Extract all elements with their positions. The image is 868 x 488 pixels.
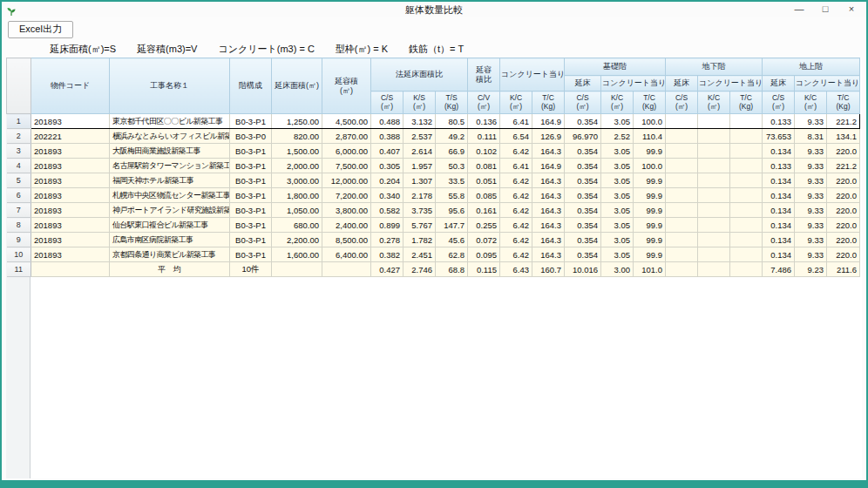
value-cell[interactable]: 164.3 (532, 233, 565, 247)
value-cell[interactable]: 6.42 (500, 218, 532, 233)
value-cell[interactable]: 164.3 (532, 144, 565, 159)
value-cell[interactable]: 164.9 (532, 114, 565, 129)
floor-config-cell[interactable]: B0-3-P1 (230, 173, 272, 188)
value-cell[interactable]: 62.8 (436, 247, 468, 262)
value-cell[interactable]: 0.899 (371, 218, 403, 233)
value-cell[interactable]: 164.3 (532, 188, 565, 203)
value-cell[interactable] (698, 144, 730, 159)
minimize-button[interactable]: — (786, 2, 812, 17)
value-cell[interactable] (698, 262, 730, 277)
value-cell[interactable] (698, 188, 730, 203)
value-cell[interactable]: 96.970 (565, 129, 601, 144)
value-cell[interactable]: 45.6 (436, 233, 468, 247)
value-cell[interactable] (730, 262, 763, 277)
construction-name-cell[interactable]: 横浜みなとみらいオフィスビル新築工事 (110, 129, 230, 144)
value-cell[interactable]: 1.957 (403, 159, 436, 173)
floor-area-cell[interactable]: 3,000.00 (272, 173, 322, 188)
value-cell[interactable]: 134.1 (827, 129, 860, 144)
floor-config-cell[interactable]: B0-3-P0 (230, 129, 272, 144)
value-cell[interactable]: 9.33 (795, 173, 827, 188)
value-cell[interactable]: 6.42 (500, 233, 532, 247)
value-cell[interactable]: 6.54 (500, 129, 532, 144)
value-cell[interactable]: 0.488 (371, 114, 403, 129)
value-cell[interactable]: 220.0 (827, 188, 860, 203)
floor-area-cell[interactable]: 680.00 (272, 218, 322, 233)
property-code-cell[interactable]: 201893 (31, 173, 110, 188)
row-number-cell[interactable]: 2 (7, 129, 31, 144)
construction-name-cell[interactable]: 京都四条通り商業ビル新築工事 (110, 247, 230, 262)
volume-cell[interactable]: 12,000.00 (322, 173, 371, 188)
value-cell[interactable]: 5.767 (403, 218, 436, 233)
value-cell[interactable] (698, 247, 730, 262)
value-cell[interactable]: 220.0 (827, 218, 860, 233)
row-number-cell[interactable]: 4 (7, 159, 31, 173)
value-cell[interactable]: 220.0 (827, 247, 860, 262)
floor-config-cell[interactable]: B0-3-P1 (230, 188, 272, 203)
value-cell[interactable]: 0.354 (565, 159, 601, 173)
value-cell[interactable]: 9.33 (795, 233, 827, 247)
value-cell[interactable] (730, 203, 763, 218)
property-code-cell[interactable]: 201893 (31, 233, 110, 247)
property-code-cell[interactable]: 201893 (31, 144, 110, 159)
value-cell[interactable]: 220.0 (827, 173, 860, 188)
value-cell[interactable] (666, 173, 698, 188)
construction-name-cell[interactable]: 札幌市中央区物流センター新築工事 (110, 188, 230, 203)
value-cell[interactable]: 2.537 (403, 129, 436, 144)
construction-name-cell[interactable]: 東京都千代田区〇〇ビル新築工事 (110, 114, 230, 129)
construction-name-cell[interactable]: 仙台駅東口複合ビル新築工事 (110, 218, 230, 233)
floor-config-cell[interactable]: B0-3-P1 (230, 247, 272, 262)
value-cell[interactable] (698, 233, 730, 247)
floor-area-cell[interactable]: 1,500.00 (272, 144, 322, 159)
excel-export-button[interactable]: Excel出力 (8, 21, 73, 38)
floor-area-cell[interactable]: 2,000.00 (272, 159, 322, 173)
value-cell[interactable]: 3.735 (403, 203, 436, 218)
floor-area-cell[interactable]: 820.00 (272, 129, 322, 144)
value-cell[interactable]: 0.102 (468, 144, 500, 159)
value-cell[interactable]: 101.0 (634, 262, 666, 277)
floor-area-cell[interactable]: 1,800.00 (272, 188, 322, 203)
construction-name-cell[interactable]: 平 均 (110, 262, 230, 277)
value-cell[interactable]: 0.085 (468, 188, 500, 203)
floor-area-cell[interactable] (272, 262, 322, 277)
value-cell[interactable]: 0.134 (763, 144, 795, 159)
value-cell[interactable]: 99.9 (634, 233, 666, 247)
value-cell[interactable]: 0.382 (371, 247, 403, 262)
value-cell[interactable] (698, 159, 730, 173)
value-cell[interactable]: 50.3 (436, 159, 468, 173)
property-code-cell[interactable]: 201893 (31, 203, 110, 218)
value-cell[interactable]: 220.0 (827, 203, 860, 218)
value-cell[interactable]: 7.486 (763, 262, 795, 277)
value-cell[interactable] (666, 188, 698, 203)
value-cell[interactable]: 3.05 (601, 247, 634, 262)
floor-area-cell[interactable]: 1,250.00 (272, 114, 322, 129)
value-cell[interactable] (666, 129, 698, 144)
value-cell[interactable]: 6.42 (500, 188, 532, 203)
value-cell[interactable] (730, 233, 763, 247)
value-cell[interactable] (666, 203, 698, 218)
row-number-cell[interactable]: 9 (7, 233, 31, 247)
value-cell[interactable] (666, 144, 698, 159)
value-cell[interactable]: 0.305 (371, 159, 403, 173)
value-cell[interactable]: 9.23 (795, 262, 827, 277)
value-cell[interactable]: 68.8 (436, 262, 468, 277)
value-cell[interactable]: 0.134 (763, 203, 795, 218)
value-cell[interactable]: 221.2 (827, 159, 860, 173)
value-cell[interactable]: 221.2 (827, 114, 860, 129)
value-cell[interactable]: 164.3 (532, 247, 565, 262)
value-cell[interactable]: 164.3 (532, 203, 565, 218)
value-cell[interactable]: 3.05 (601, 173, 634, 188)
volume-cell[interactable]: 6,000.00 (322, 144, 371, 159)
volume-cell[interactable]: 7,200.00 (322, 188, 371, 203)
value-cell[interactable]: 73.653 (763, 129, 795, 144)
value-cell[interactable]: 99.9 (634, 188, 666, 203)
value-cell[interactable]: 0.072 (468, 233, 500, 247)
value-cell[interactable]: 3.05 (601, 114, 634, 129)
property-code-cell[interactable]: 201893 (31, 218, 110, 233)
value-cell[interactable]: 164.3 (532, 173, 565, 188)
volume-cell[interactable]: 6,400.00 (322, 247, 371, 262)
value-cell[interactable]: 6.41 (500, 114, 532, 129)
value-cell[interactable]: 6.42 (500, 247, 532, 262)
row-number-cell[interactable]: 6 (7, 188, 31, 203)
value-cell[interactable]: 99.9 (634, 247, 666, 262)
volume-cell[interactable]: 2,400.00 (322, 218, 371, 233)
